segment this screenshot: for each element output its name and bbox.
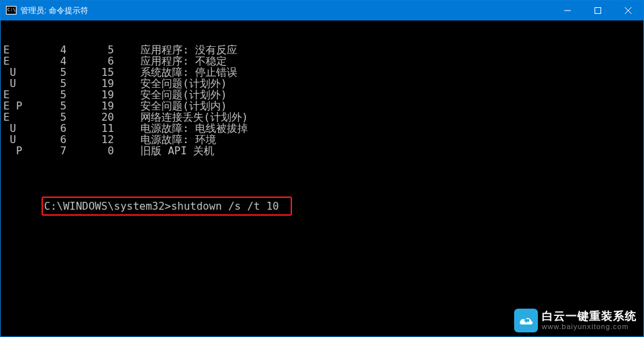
col-minor: 6 [67, 55, 114, 67]
col-major: 5 [30, 89, 67, 100]
output-row: E520网络连接丢失(计划外) [3, 111, 643, 123]
col-desc: 电源故障: 电线被拔掉 [114, 123, 248, 134]
output-rows: E45应用程序: 没有反应E46应用程序: 不稳定 U515系统故障: 停止错误… [3, 44, 643, 156]
col-minor: 19 [67, 78, 114, 89]
col-desc: 应用程序: 不稳定 [114, 55, 227, 67]
col-minor: 11 [67, 123, 114, 134]
col-flags: E [3, 55, 30, 67]
output-row: P70旧版 API 关机 [3, 145, 643, 156]
col-desc: 旧版 API 关机 [114, 145, 214, 156]
col-major: 7 [30, 145, 67, 156]
watermark: 白云一键重装系统 www.baiyunxitong.com [514, 309, 637, 332]
col-major: 5 [30, 67, 67, 78]
minimize-icon [564, 7, 571, 14]
col-major: 6 [30, 134, 67, 145]
close-button[interactable] [613, 1, 643, 20]
close-icon [625, 7, 631, 14]
svg-text:C:\: C:\ [7, 7, 16, 13]
prompt-text: C:\WINDOWS\system32> [44, 200, 171, 212]
col-minor: 15 [67, 67, 114, 78]
col-desc: 系统故障: 停止错误 [114, 67, 237, 78]
col-flags: U [3, 78, 30, 89]
col-major: 5 [30, 78, 67, 89]
window-title: 管理员: 命令提示符 [20, 5, 88, 16]
svg-rect-3 [595, 8, 601, 14]
col-major: 4 [30, 44, 67, 55]
maximize-button[interactable] [583, 1, 613, 20]
output-row: U519安全问题(计划外) [3, 78, 643, 89]
cmd-icon: C:\ [6, 5, 16, 16]
col-major: 5 [30, 111, 67, 123]
output-row: E46应用程序: 不稳定 [3, 55, 643, 67]
col-desc: 应用程序: 没有反应 [114, 44, 237, 55]
highlighted-command: C:\WINDOWS\system32>shutdown /s /t 10 [42, 197, 292, 216]
col-minor: 0 [67, 145, 114, 156]
col-major: 4 [30, 55, 67, 67]
minimize-button[interactable] [552, 1, 583, 20]
col-desc: 电源故障: 环境 [114, 134, 216, 145]
output-row: U612电源故障: 环境 [3, 134, 643, 145]
output-row: U515系统故障: 停止错误 [3, 67, 643, 78]
col-flags: U [3, 67, 30, 78]
command-text: shutdown /s /t 10 [171, 200, 279, 212]
col-flags: U [3, 134, 30, 145]
col-desc: 安全问题(计划内) [114, 100, 227, 111]
watermark-url: www.baiyunxitong.com [542, 322, 637, 330]
col-minor: 19 [67, 100, 114, 111]
col-desc: 安全问题(计划外) [114, 78, 227, 89]
maximize-icon [595, 7, 601, 14]
col-minor: 5 [67, 44, 114, 55]
output-row: U611电源故障: 电线被拔掉 [3, 123, 643, 134]
watermark-text: 白云一键重装系统 www.baiyunxitong.com [542, 311, 637, 331]
col-flags: U [3, 123, 30, 134]
output-row: E45应用程序: 没有反应 [3, 44, 643, 55]
col-flags: E [3, 44, 30, 55]
col-desc: 安全问题(计划外) [114, 89, 227, 100]
watermark-logo-icon [514, 309, 538, 332]
col-major: 6 [30, 123, 67, 134]
output-row: E P519安全问题(计划内) [3, 100, 643, 111]
col-flags: E P [3, 100, 30, 111]
col-flags: E [3, 111, 30, 123]
watermark-title: 白云一键重装系统 [542, 311, 637, 323]
titlebar[interactable]: C:\ 管理员: 命令提示符 [1, 1, 643, 20]
cmd-window: C:\ 管理员: 命令提示符 E45应用程序: 没有反应E46应用程序: 不稳定… [0, 0, 644, 337]
col-flags: P [3, 145, 30, 156]
col-minor: 12 [67, 134, 114, 145]
command-line: C:\WINDOWS\system32>shutdown /s /t 10 [3, 185, 643, 227]
col-flags: E [3, 89, 30, 100]
col-minor: 19 [67, 89, 114, 100]
output-row: E519安全问题(计划外) [3, 89, 643, 100]
col-desc: 网络连接丢失(计划外) [114, 111, 248, 123]
terminal-body[interactable]: E45应用程序: 没有反应E46应用程序: 不稳定 U515系统故障: 停止错误… [1, 20, 643, 336]
col-minor: 20 [67, 111, 114, 123]
col-major: 5 [30, 100, 67, 111]
